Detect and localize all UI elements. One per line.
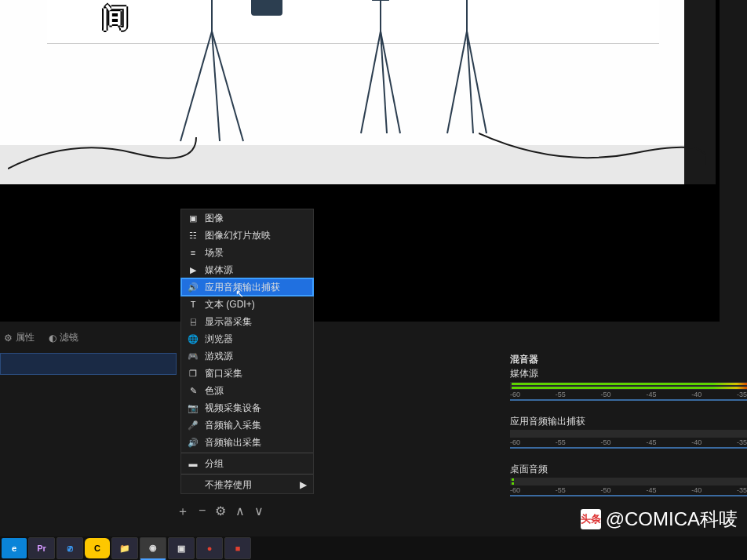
menu-label: 显示器采集 xyxy=(205,315,252,329)
cable-right xyxy=(479,129,706,176)
menu-icon: ✎ xyxy=(188,386,199,396)
menu-icon: 🌐 xyxy=(188,334,199,344)
menu-item-deprecated[interactable]: 不推荐使用▶ xyxy=(181,476,313,493)
sources-panel xyxy=(0,353,177,486)
cursor-icon: ↖ xyxy=(235,288,244,300)
remove-source-button[interactable]: − xyxy=(199,504,206,520)
menu-icon: ▣ xyxy=(188,213,199,224)
volume-slider[interactable] xyxy=(510,399,747,401)
menu-icon: ▶ xyxy=(188,265,199,275)
menu-item[interactable]: 🌐浏览器 xyxy=(181,330,313,347)
menu-label: 图像幻灯片放映 xyxy=(205,229,271,242)
preview-panel: 间 xyxy=(0,0,720,322)
properties-button[interactable]: ⚙ 属性 xyxy=(4,331,35,344)
mixer-track: 应用音频输出捕获-60-55-50-45-40-35 xyxy=(510,415,747,449)
menu-item[interactable]: ☷图像幻灯片放映 xyxy=(181,227,313,244)
menu-icon: 📷 xyxy=(188,403,199,413)
submenu-arrow-icon: ▶ xyxy=(300,479,307,490)
menu-item[interactable]: ▶媒体源 xyxy=(181,261,313,278)
audio-meter xyxy=(510,478,747,485)
svg-line-10 xyxy=(447,31,467,133)
properties-toolbar: ⚙ 属性 ◐ 滤镜 xyxy=(4,331,78,344)
source-settings-button[interactable]: ⚙ xyxy=(215,504,226,520)
menu-label: 游戏源 xyxy=(205,350,233,363)
menu-icon: ☷ xyxy=(188,231,199,241)
add-source-menu: ▣图像☷图像幻灯片放映≡场景▶媒体源🔊应用音频输出捕获T文本 (GDI+)⌸显示… xyxy=(180,209,314,494)
folder-icon: ▬ xyxy=(188,459,199,468)
audio-mixer: 媒体源-60-55-50-45-40-35应用音频输出捕获-60-55-50-4… xyxy=(510,367,747,511)
track-name: 桌面音频 xyxy=(510,463,747,476)
mixer-track: 桌面音频-60-55-50-45-40-35 xyxy=(510,463,747,496)
menu-icon: 🎮 xyxy=(188,351,199,362)
person-graphic xyxy=(243,0,290,39)
menu-label: 窗口采集 xyxy=(205,367,242,380)
menu-icon: 🎤 xyxy=(188,420,199,431)
mixer-title: 混音器 xyxy=(510,353,538,366)
menu-item[interactable]: ▣图像 xyxy=(181,209,313,227)
taskbar-app2-icon[interactable]: ▣ xyxy=(168,537,195,559)
menu-icon: 🔊 xyxy=(188,438,199,448)
audio-meter xyxy=(510,382,747,390)
track-name: 媒体源 xyxy=(510,367,747,380)
meter-scale: -60-55-50-45-40-35 xyxy=(510,391,747,398)
meter-scale: -60-55-50-45-40-35 xyxy=(510,486,747,494)
taskbar-red1-icon[interactable]: ● xyxy=(196,537,223,559)
taskbar: ePr⎚C📁◉▣●■ xyxy=(0,536,747,560)
menu-item-group[interactable]: ▬分组 xyxy=(181,455,313,472)
menu-item[interactable]: ❐窗口采集 xyxy=(181,365,313,382)
menu-label: 音频输入采集 xyxy=(205,419,261,432)
menu-item[interactable]: ✎色源 xyxy=(181,382,313,399)
softbox-right xyxy=(435,0,506,141)
menu-label: 文本 (GDI+) xyxy=(205,298,255,311)
taskbar-edge-icon[interactable]: e xyxy=(2,538,27,558)
menu-label: 媒体源 xyxy=(205,264,233,277)
menu-item[interactable]: 📷视频采集设备 xyxy=(181,399,313,416)
menu-item[interactable]: ⌸显示器采集 xyxy=(181,313,313,330)
menu-icon: 🔊 xyxy=(188,282,199,293)
menu-icon: ⌸ xyxy=(188,317,199,326)
source-row[interactable] xyxy=(0,353,177,375)
menu-label: 场景 xyxy=(205,246,224,260)
menu-icon: T xyxy=(188,300,199,309)
sources-toolbar: ＋ − ⚙ ∧ ∨ xyxy=(177,504,264,520)
cable-left xyxy=(8,129,204,176)
menu-item[interactable]: T文本 (GDI+) xyxy=(181,296,313,313)
move-down-button[interactable]: ∨ xyxy=(254,504,264,520)
menu-item[interactable]: 🎤音频输入采集 xyxy=(181,416,313,434)
softbox-left xyxy=(349,0,420,141)
volume-slider[interactable] xyxy=(510,447,747,449)
taskbar-red2-icon[interactable]: ■ xyxy=(224,537,251,559)
taskbar-todesk-icon[interactable]: ⎚ xyxy=(56,537,83,559)
svg-line-6 xyxy=(361,31,381,133)
audio-meter xyxy=(510,430,747,438)
meter-scale: -60-55-50-45-40-35 xyxy=(510,438,747,446)
volume-slider[interactable] xyxy=(510,495,747,496)
taskbar-obs-icon[interactable]: ◉ xyxy=(140,537,166,560)
menu-item[interactable]: ≡场景 xyxy=(181,244,313,261)
overlay-text: 间 xyxy=(102,0,129,36)
menu-label: 视频采集设备 xyxy=(205,402,261,415)
menu-icon: ❐ xyxy=(188,369,199,379)
taskbar-premiere-icon[interactable]: Pr xyxy=(28,537,55,559)
track-name: 应用音频输出捕获 xyxy=(510,415,747,428)
taskbar-chrome-icon[interactable]: C xyxy=(85,538,110,558)
menu-item[interactable]: 🔊音频输出采集 xyxy=(181,434,313,451)
menu-label: 音频输出采集 xyxy=(205,436,261,449)
menu-icon: ≡ xyxy=(188,248,199,257)
svg-line-1 xyxy=(180,31,212,141)
preview-canvas[interactable]: 间 xyxy=(0,0,716,184)
gear-icon: ⚙ xyxy=(4,333,13,344)
menu-item[interactable]: 🔊应用音频输出捕获 xyxy=(181,278,313,296)
watermark-handle: @COMICA科唛 xyxy=(606,507,738,532)
watermark-logo: 头条 xyxy=(581,509,601,529)
menu-label: 色源 xyxy=(205,384,224,398)
move-up-button[interactable]: ∧ xyxy=(235,504,245,520)
filter-icon: ◐ xyxy=(49,333,56,344)
add-source-button[interactable]: ＋ xyxy=(177,504,189,520)
menu-label: 图像 xyxy=(205,212,224,225)
watermark: 头条 @COMICA科唛 xyxy=(581,507,738,532)
menu-label: 浏览器 xyxy=(205,333,233,346)
taskbar-folder-icon[interactable]: 📁 xyxy=(111,537,138,559)
menu-item[interactable]: 🎮游戏源 xyxy=(181,347,313,365)
filters-button[interactable]: ◐ 滤镜 xyxy=(49,331,78,344)
